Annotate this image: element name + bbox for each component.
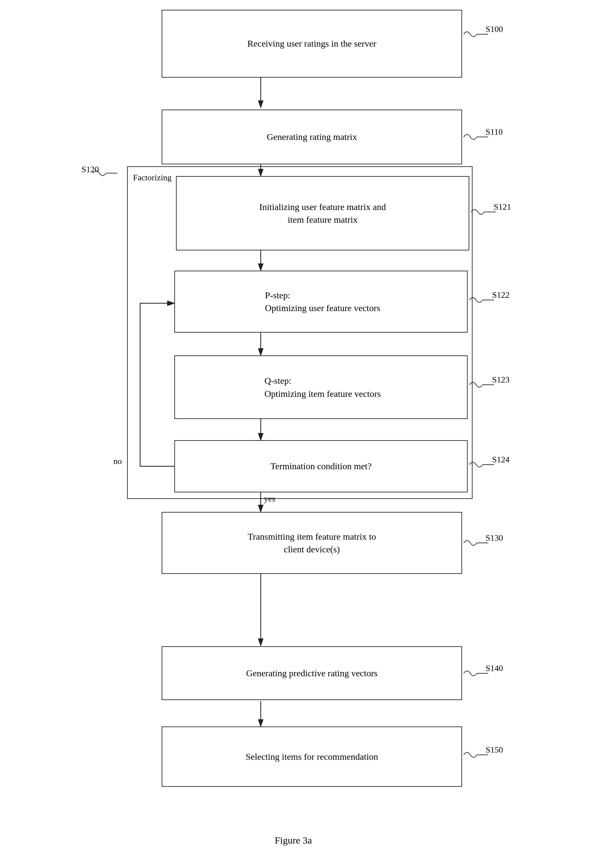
s100-text: Receiving user ratings in the server (247, 39, 377, 49)
s122-box: P-step: Optimizing user feature vectors (174, 271, 468, 332)
s100-label: S100 (486, 24, 503, 34)
s124-text: Termination condition met? (271, 461, 372, 471)
s150-label: S150 (486, 745, 503, 755)
s130-label: S130 (486, 533, 503, 543)
s110-label: S110 (486, 127, 503, 137)
s123-box: Q-step: Optimizing item feature vectors (174, 355, 468, 419)
s123-text: Q-step: Optimizing item feature vectors (265, 374, 381, 400)
s122-text: P-step: Optimizing user feature vectors (265, 289, 380, 314)
s140-box: Generating predictive rating vectors (161, 646, 462, 700)
s140-label: S140 (486, 663, 503, 673)
s124-label: S124 (492, 455, 509, 465)
s121-label: S121 (494, 202, 511, 212)
s123-label: S123 (492, 375, 509, 385)
s100-box: Receiving user ratings in the server (161, 10, 462, 78)
s120-label: S120 (81, 165, 99, 174)
s124-box: Termination condition met? (174, 440, 468, 492)
factorizing-text: Factorizing (133, 173, 171, 183)
s150-text: Selecting items for recommendation (246, 751, 378, 762)
s110-text: Generating rating matrix (267, 132, 357, 142)
s140-text: Generating predictive rating vectors (246, 668, 378, 679)
s121-box: Initializing user feature matrix and ite… (176, 176, 469, 250)
s130-text: Transmitting item feature matrix to clie… (248, 530, 376, 556)
s110-box: Generating rating matrix (161, 109, 462, 164)
figure-caption: Figure 3a (244, 835, 342, 846)
s150-box: Selecting items for recommendation (161, 726, 462, 787)
s130-box: Transmitting item feature matrix to clie… (161, 512, 462, 574)
diagram-container: Receiving user ratings in the server S10… (0, 0, 598, 868)
no-label: no (114, 456, 122, 466)
yes-label: yes (264, 494, 275, 504)
s121-text: Initializing user feature matrix and ite… (259, 201, 386, 226)
s122-label: S122 (492, 290, 509, 300)
